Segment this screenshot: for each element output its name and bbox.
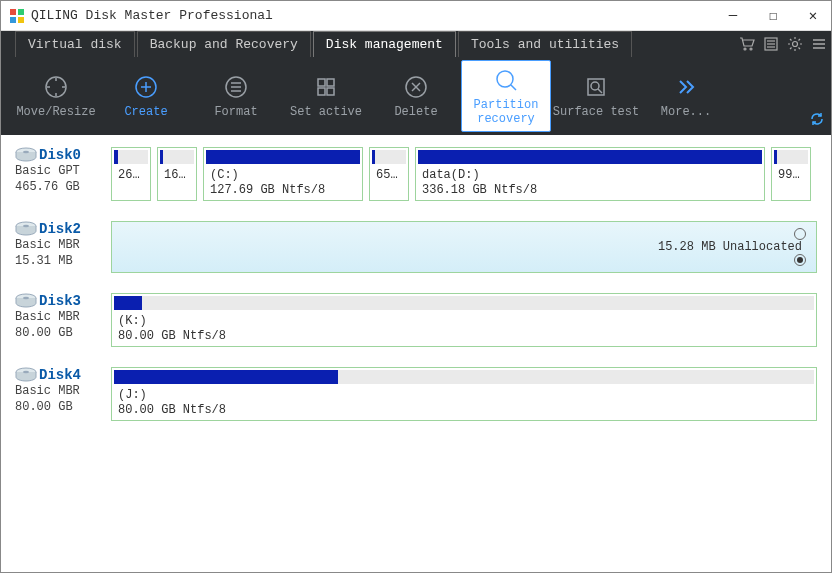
partition-box[interactable]: 99... xyxy=(771,147,811,201)
list-icon[interactable] xyxy=(759,31,783,57)
window-title: QILING Disk Master Professional xyxy=(31,8,723,23)
usage-bar xyxy=(372,150,406,164)
menu-icon[interactable] xyxy=(807,31,831,57)
partition-box[interactable]: 16... xyxy=(157,147,197,201)
partition-box[interactable]: 65... xyxy=(369,147,409,201)
svg-rect-19 xyxy=(318,79,325,86)
disk-size: 465.76 GB xyxy=(15,179,105,195)
svg-point-34 xyxy=(23,225,29,227)
toolbar: Move/Resize Create Format Set active Del… xyxy=(1,57,831,135)
partition-label2: 80.00 GB Ntfs/8 xyxy=(114,403,814,418)
surface-test-button[interactable]: Surface test xyxy=(551,60,641,132)
disk-type: Basic MBR xyxy=(15,383,105,399)
svg-point-10 xyxy=(793,42,798,47)
tab-virtual-disk[interactable]: Virtual disk xyxy=(15,31,135,57)
svg-rect-1 xyxy=(18,9,24,15)
disk-type: Basic MBR xyxy=(15,309,105,325)
partition-box[interactable]: (J:)80.00 GB Ntfs/8 xyxy=(111,367,817,421)
disk-list: Disk0Basic GPT465.76 GB26...16...(C:)127… xyxy=(1,135,831,573)
cart-icon[interactable] xyxy=(735,31,759,57)
partition-recovery-button[interactable]: Partition recovery xyxy=(461,60,551,132)
app-logo-icon xyxy=(9,8,25,24)
close-button[interactable]: ✕ xyxy=(803,7,823,24)
move-resize-button[interactable]: Move/Resize xyxy=(11,60,101,132)
tab-disk-management[interactable]: Disk management xyxy=(313,31,456,57)
partition-label1: (C:) xyxy=(206,168,360,183)
disk-size: 80.00 GB xyxy=(15,325,105,341)
svg-point-4 xyxy=(744,48,746,50)
svg-line-30 xyxy=(598,89,602,93)
svg-rect-2 xyxy=(10,17,16,23)
partition-container: 26...16...(C:)127.69 GB Ntfs/865...data(… xyxy=(111,147,817,201)
tab-backup-recovery[interactable]: Backup and Recovery xyxy=(137,31,311,57)
partition-label1: (J:) xyxy=(114,388,814,403)
svg-rect-3 xyxy=(18,17,24,23)
usage-bar xyxy=(206,150,360,164)
usage-bar xyxy=(114,150,148,164)
disk-info: Disk2Basic MBR15.31 MB xyxy=(15,221,105,273)
partition-label2: 26... xyxy=(114,168,148,183)
disk-info: Disk0Basic GPT465.76 GB xyxy=(15,147,105,201)
partition-label2: 99... xyxy=(774,168,808,183)
disk-name: Disk3 xyxy=(15,293,105,309)
radio-off-icon[interactable] xyxy=(794,228,806,240)
partition-box[interactable]: 26... xyxy=(111,147,151,201)
more-button[interactable]: More... xyxy=(641,60,731,132)
set-active-button[interactable]: Set active xyxy=(281,60,371,132)
disk-name: Disk4 xyxy=(15,367,105,383)
svg-rect-20 xyxy=(327,79,334,86)
usage-bar xyxy=(114,370,814,384)
disk-size: 80.00 GB xyxy=(15,399,105,415)
usage-bar xyxy=(160,150,194,164)
delete-button[interactable]: Delete xyxy=(371,60,461,132)
disk-type: Basic GPT xyxy=(15,163,105,179)
partition-label2: 80.00 GB Ntfs/8 xyxy=(114,329,814,344)
partition-label2: 16... xyxy=(160,168,194,183)
partition-label2: 65... xyxy=(372,168,406,183)
svg-rect-21 xyxy=(318,88,325,95)
svg-point-32 xyxy=(23,151,29,153)
svg-line-27 xyxy=(511,85,516,90)
svg-point-36 xyxy=(23,297,29,299)
svg-point-38 xyxy=(23,371,29,373)
disk-size: 15.31 MB xyxy=(15,253,105,269)
partition-container: 15.28 MB Unallocated xyxy=(111,221,817,273)
disk-row: Disk0Basic GPT465.76 GB26...16...(C:)127… xyxy=(15,147,817,201)
svg-point-26 xyxy=(497,71,513,87)
titlebar: QILING Disk Master Professional — ☐ ✕ xyxy=(1,1,831,31)
usage-bar xyxy=(774,150,808,164)
radio-on-icon[interactable] xyxy=(794,254,806,266)
maximize-button[interactable]: ☐ xyxy=(763,7,783,24)
partition-box[interactable]: (K:)80.00 GB Ntfs/8 xyxy=(111,293,817,347)
partition-label2: 336.18 GB Ntfs/8 xyxy=(418,183,762,198)
svg-point-29 xyxy=(591,82,599,90)
partition-container: (J:)80.00 GB Ntfs/8 xyxy=(111,367,817,421)
partition-label1: (K:) xyxy=(114,314,814,329)
main-tabs: Virtual disk Backup and Recovery Disk ma… xyxy=(1,31,831,57)
unallocated-partition[interactable]: 15.28 MB Unallocated xyxy=(111,221,817,273)
disk-type: Basic MBR xyxy=(15,237,105,253)
usage-bar xyxy=(418,150,762,164)
svg-point-5 xyxy=(750,48,752,50)
disk-info: Disk4Basic MBR80.00 GB xyxy=(15,367,105,421)
window-controls: — ☐ ✕ xyxy=(723,7,823,24)
disk-row: Disk4Basic MBR80.00 GB(J:)80.00 GB Ntfs/… xyxy=(15,367,817,421)
svg-rect-0 xyxy=(10,9,16,15)
partition-container: (K:)80.00 GB Ntfs/8 xyxy=(111,293,817,347)
partition-label: 15.28 MB Unallocated xyxy=(654,240,806,254)
svg-rect-22 xyxy=(327,88,334,95)
disk-row: Disk3Basic MBR80.00 GB(K:)80.00 GB Ntfs/… xyxy=(15,293,817,347)
refresh-icon[interactable] xyxy=(809,111,825,131)
partition-label1: data(D:) xyxy=(418,168,762,183)
minimize-button[interactable]: — xyxy=(723,7,743,24)
partition-box[interactable]: data(D:)336.18 GB Ntfs/8 xyxy=(415,147,765,201)
disk-row: Disk2Basic MBR15.31 MB15.28 MB Unallocat… xyxy=(15,221,817,273)
create-button[interactable]: Create xyxy=(101,60,191,132)
disk-info: Disk3Basic MBR80.00 GB xyxy=(15,293,105,347)
tab-tools-utilities[interactable]: Tools and utilities xyxy=(458,31,632,57)
disk-name: Disk2 xyxy=(15,221,105,237)
gear-icon[interactable] xyxy=(783,31,807,57)
usage-bar xyxy=(114,296,814,310)
partition-box[interactable]: (C:)127.69 GB Ntfs/8 xyxy=(203,147,363,201)
format-button[interactable]: Format xyxy=(191,60,281,132)
